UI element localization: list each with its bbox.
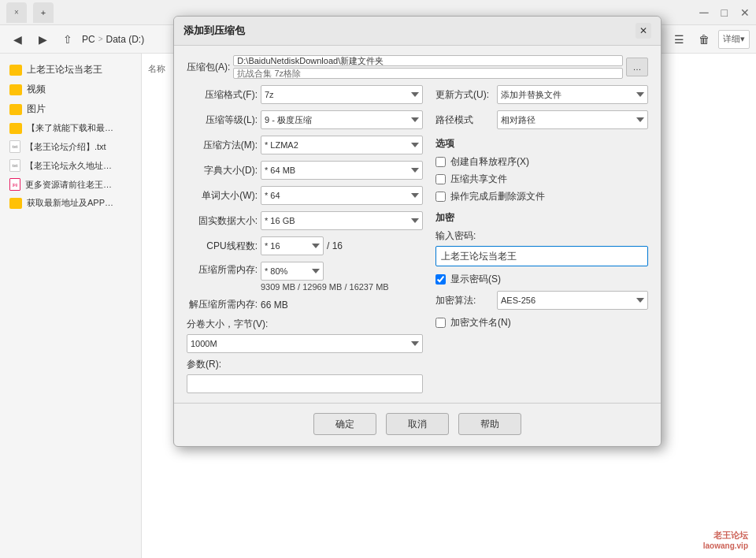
- sidebar-item-6[interactable]: jpg 更多资源请前往老王论坛.jpg: [3, 175, 138, 194]
- watermark-line2: laowang.vip: [703, 541, 748, 550]
- mem-line1-text: 9309 MB / 12969 MB / 16237 MB: [261, 282, 423, 292]
- cancel-button[interactable]: 取消: [386, 413, 449, 435]
- level-select[interactable]: 9 - 极度压缩 存储 最快: [261, 110, 423, 129]
- folder-icon-7: [9, 198, 22, 209]
- dialog-title: 添加到压缩包: [183, 24, 245, 38]
- tab-item-1[interactable]: ×: [6, 2, 27, 23]
- up-button[interactable]: ⇧: [57, 28, 79, 50]
- folder-icon-2: [9, 104, 22, 115]
- help-button[interactable]: 帮助: [458, 413, 521, 435]
- window-maximize[interactable]: □: [721, 6, 728, 19]
- encrypt-title: 加密: [435, 211, 648, 225]
- params-input[interactable]: [187, 374, 423, 393]
- window-close[interactable]: ✕: [740, 6, 750, 19]
- ok-button[interactable]: 确定: [313, 413, 376, 435]
- cpu-label: CPU线程数:: [187, 240, 258, 253]
- back-button[interactable]: ◀: [6, 28, 28, 50]
- sidebar-item-2[interactable]: 图片: [3, 99, 138, 119]
- mem-top: * 80% 50% 100%: [261, 262, 423, 281]
- sidebar-label-6: 更多资源请前往老王论坛.jpg: [25, 179, 120, 191]
- cpu-select[interactable]: * 16 8 4: [261, 236, 324, 255]
- encrypt-names-label: 加密文件名(N): [450, 316, 511, 329]
- opt2-checkbox[interactable]: [435, 174, 446, 184]
- decomp-value: 66 MB: [261, 299, 288, 311]
- update-row: 更新方式(U): 添加并替换文件 添加并更新文件 同步压缩包: [435, 85, 648, 104]
- mem-select[interactable]: * 80% 50% 100%: [261, 262, 324, 281]
- browse-button[interactable]: …: [626, 58, 648, 76]
- dialog-footer: 确定 取消 帮助: [174, 403, 661, 446]
- update-select[interactable]: 添加并替换文件 添加并更新文件 同步压缩包: [497, 85, 648, 104]
- form-left: 压缩格式(F): 7z zip tar 压缩等级(L): 9 - 极度压缩 存储…: [187, 85, 423, 393]
- solid-select[interactable]: * 16 GB 4 GB 64 GB: [261, 211, 423, 230]
- sidebar-item-1[interactable]: 视频: [3, 80, 138, 99]
- level-label: 压缩等级(L):: [187, 113, 258, 127]
- mem-row: 压缩所需内存: * 80% 50% 100% 9309 MB / 12969 M…: [187, 262, 423, 292]
- watermark-line1: 老王论坛: [703, 530, 748, 541]
- opt3-row: 操作完成后删除源文件: [435, 190, 648, 203]
- dialog-close-button[interactable]: ✕: [636, 23, 651, 39]
- algo-select[interactable]: AES-256: [497, 291, 648, 310]
- options-title: 选项: [435, 137, 648, 151]
- mem-label: 压缩所需内存:: [187, 262, 258, 277]
- split-label: 分卷大小，字节(V):: [187, 318, 423, 331]
- sidebar-item-3[interactable]: 【来了就能下载和最看的论坛，纯...: [3, 119, 138, 137]
- window-minimize[interactable]: ─: [699, 6, 708, 20]
- sidebar-label-0: 上老王论坛当老王: [27, 63, 102, 76]
- encrypt-section: 加密 输入密码: 显示密码(S) 加密算法: AES-256: [435, 211, 648, 329]
- tab-close-icon[interactable]: ×: [14, 8, 19, 17]
- show-pass-checkbox[interactable]: [435, 274, 446, 285]
- folder-icon-3: [9, 123, 22, 134]
- jpg-icon-6: jpg: [9, 178, 20, 191]
- pathmode-select[interactable]: 相对路径 绝对路径 无路径: [497, 110, 648, 129]
- tab-add[interactable]: +: [33, 2, 54, 23]
- path-subtext-input[interactable]: [233, 68, 623, 79]
- update-label: 更新方式(U):: [435, 88, 491, 102]
- word-label: 单词大小(W):: [187, 189, 258, 203]
- dict-select[interactable]: * 64 MB 32 MB 128 MB: [261, 161, 423, 180]
- opt2-row: 压缩共享文件: [435, 173, 648, 186]
- split-select[interactable]: 1000M 700M 4480M: [187, 334, 423, 353]
- encrypt-names-checkbox[interactable]: [435, 318, 446, 328]
- sidebar-item-4[interactable]: txt 【老王论坛介绍】.txt: [3, 137, 138, 156]
- path-label: 压缩包(A):: [187, 61, 230, 74]
- sidebar-label-5: 【老王论坛永久地址发布页】.txt: [25, 160, 120, 172]
- forward-button[interactable]: ▶: [32, 28, 54, 50]
- method-row: 压缩方法(M): * LZMA2 LZMA PPMd: [187, 136, 423, 154]
- toolbar-icon-3[interactable]: ☰: [668, 28, 690, 50]
- sidebar-item-0[interactable]: 上老王论坛当老王: [3, 60, 138, 80]
- folder-icon-0: [9, 65, 22, 76]
- dict-row: 字典大小(D): * 64 MB 32 MB 128 MB: [187, 161, 423, 180]
- word-select[interactable]: * 64 32 128: [261, 186, 423, 205]
- breadcrumb: PC > Data (D:): [82, 34, 144, 45]
- folder-icon-1: [9, 84, 22, 95]
- breadcrumb-sep-1: >: [98, 35, 103, 43]
- opt1-row: 创建自释放程序(X): [435, 155, 648, 169]
- algo-label: 加密算法:: [435, 294, 491, 307]
- opt2-label: 压缩共享文件: [450, 173, 507, 186]
- breadcrumb-pc[interactable]: PC: [82, 34, 95, 45]
- toolbar-icon-4[interactable]: 🗑: [693, 28, 715, 50]
- solid-label: 固实数据大小:: [187, 214, 258, 228]
- watermark: 老王论坛 laowang.vip: [703, 530, 748, 550]
- sidebar-item-5[interactable]: txt 【老王论坛永久地址发布页】.txt: [3, 156, 138, 175]
- opt1-checkbox[interactable]: [435, 157, 446, 167]
- breadcrumb-data[interactable]: Data (D:): [106, 34, 145, 45]
- opt3-checkbox[interactable]: [435, 192, 446, 202]
- encrypt-password-input[interactable]: [435, 246, 648, 266]
- pathmode-label: 路径模式: [435, 113, 491, 127]
- path-input[interactable]: [233, 55, 623, 66]
- decomp-row: 解压缩所需内存: 66 MB: [187, 298, 423, 311]
- detail-btn[interactable]: 详细▾: [718, 30, 750, 49]
- split-section: 分卷大小，字节(V): 1000M 700M 4480M: [187, 318, 423, 353]
- encrypt-names-row: 加密文件名(N): [435, 316, 648, 329]
- txt-icon-5: txt: [9, 159, 20, 172]
- format-select[interactable]: 7z zip tar: [261, 85, 423, 104]
- sidebar-label-2: 图片: [27, 102, 46, 116]
- params-label: 参数(R):: [187, 358, 423, 371]
- form-right: 更新方式(U): 添加并替换文件 添加并更新文件 同步压缩包 路径模式 相对路径…: [435, 85, 648, 393]
- show-pass-row: 显示密码(S): [435, 273, 648, 286]
- method-select[interactable]: * LZMA2 LZMA PPMd: [261, 136, 423, 154]
- sidebar-item-7[interactable]: 获取最新地址及APP请发邮箱自动...: [3, 194, 138, 212]
- solid-row: 固实数据大小: * 16 GB 4 GB 64 GB: [187, 211, 423, 230]
- sidebar: 上老王论坛当老王 视频 图片 【来了就能下载和最看的论坛，纯... txt 【老…: [0, 54, 142, 558]
